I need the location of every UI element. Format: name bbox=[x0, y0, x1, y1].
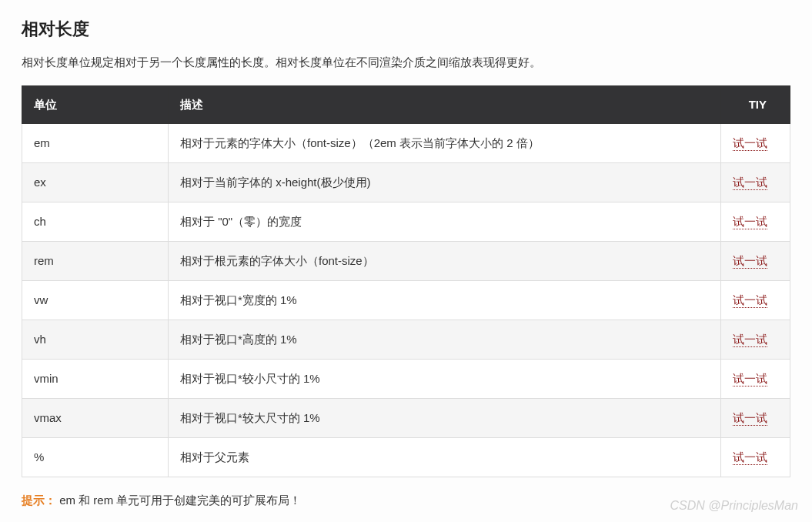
tip-paragraph: 提示： em 和 rem 单元可用于创建完美的可扩展布局！ bbox=[22, 491, 790, 510]
unit-cell: vh bbox=[22, 320, 169, 360]
table-row: ch 相对于 "0"（零）的宽度 试一试 bbox=[22, 202, 790, 242]
units-table: 单位 描述 TIY em 相对于元素的字体大小（font-size）（2em 表… bbox=[22, 85, 790, 477]
unit-cell: vmax bbox=[22, 399, 169, 438]
try-link[interactable]: 试一试 bbox=[733, 215, 767, 229]
table-row: vw 相对于视口*宽度的 1% 试一试 bbox=[22, 281, 790, 320]
unit-cell: ex bbox=[22, 163, 169, 202]
desc-cell: 相对于根元素的字体大小（font-size） bbox=[169, 242, 721, 281]
table-row: vmin 相对于视口*较小尺寸的 1% 试一试 bbox=[22, 360, 790, 399]
page-heading: 相对长度 bbox=[22, 15, 790, 42]
table-row: vmax 相对于视口*较大尺寸的 1% 试一试 bbox=[22, 399, 790, 438]
desc-cell: 相对于视口*高度的 1% bbox=[169, 320, 721, 360]
unit-cell: % bbox=[22, 438, 169, 477]
desc-cell: 相对于视口*较大尺寸的 1% bbox=[169, 399, 721, 438]
try-link[interactable]: 试一试 bbox=[733, 176, 767, 190]
try-link[interactable]: 试一试 bbox=[733, 136, 767, 151]
try-link[interactable]: 试一试 bbox=[733, 372, 767, 386]
desc-cell: 相对于当前字体的 x-height(极少使用) bbox=[169, 163, 721, 202]
try-link[interactable]: 试一试 bbox=[733, 293, 767, 308]
try-link[interactable]: 试一试 bbox=[733, 450, 767, 465]
intro-paragraph: 相对长度单位规定相对于另一个长度属性的长度。相对长度单位在不同渲染介质之间缩放表… bbox=[22, 53, 790, 72]
try-link[interactable]: 试一试 bbox=[733, 254, 767, 269]
table-row: em 相对于元素的字体大小（font-size）（2em 表示当前字体大小的 2… bbox=[22, 124, 790, 163]
table-row: rem 相对于根元素的字体大小（font-size） 试一试 bbox=[22, 242, 790, 281]
table-row: % 相对于父元素 试一试 bbox=[22, 438, 790, 477]
unit-cell: em bbox=[22, 124, 169, 163]
desc-cell: 相对于元素的字体大小（font-size）（2em 表示当前字体大小的 2 倍） bbox=[169, 124, 721, 163]
desc-cell: 相对于视口*宽度的 1% bbox=[169, 281, 721, 320]
col-header-desc: 描述 bbox=[169, 86, 721, 124]
unit-cell: vmin bbox=[22, 360, 169, 399]
desc-cell: 相对于父元素 bbox=[169, 438, 721, 477]
desc-cell: 相对于 "0"（零）的宽度 bbox=[169, 202, 721, 242]
table-row: ex 相对于当前字体的 x-height(极少使用) 试一试 bbox=[22, 163, 790, 202]
desc-cell: 相对于视口*较小尺寸的 1% bbox=[169, 360, 721, 399]
unit-cell: rem bbox=[22, 242, 169, 281]
col-header-unit: 单位 bbox=[22, 86, 169, 124]
tip-label: 提示： bbox=[22, 494, 56, 507]
unit-cell: ch bbox=[22, 202, 169, 242]
table-row: vh 相对于视口*高度的 1% 试一试 bbox=[22, 320, 790, 360]
unit-cell: vw bbox=[22, 281, 169, 320]
col-header-tiy: TIY bbox=[721, 86, 790, 124]
tip-text: em 和 rem 单元可用于创建完美的可扩展布局！ bbox=[59, 494, 301, 507]
try-link[interactable]: 试一试 bbox=[733, 411, 767, 426]
try-link[interactable]: 试一试 bbox=[733, 333, 767, 347]
